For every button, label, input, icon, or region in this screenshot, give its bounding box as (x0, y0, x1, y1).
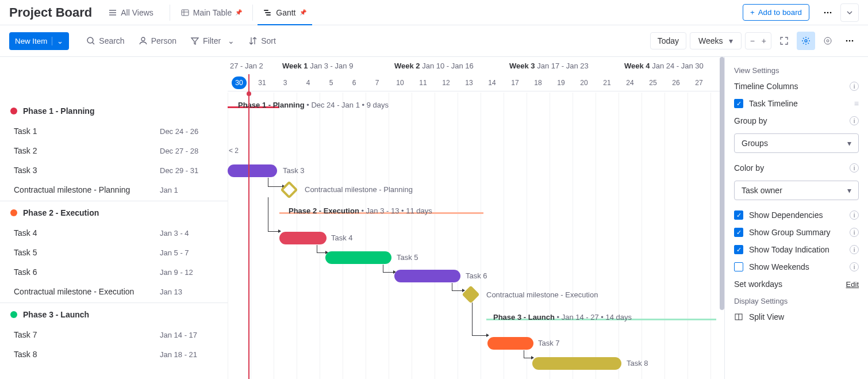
day-label: 3 (274, 79, 297, 87)
gantt-bar-label: Task 3 (283, 166, 305, 175)
add-to-board-button[interactable]: + Add to board (743, 4, 809, 21)
svg-rect-0 (182, 10, 189, 16)
all-views-button[interactable]: All Views (103, 6, 158, 20)
checkbox-icon: ✓ (734, 245, 743, 254)
color-by-select[interactable]: Task owner ▾ (734, 181, 859, 200)
task-row[interactable]: Contractual milestone - ExecutionJan 13 (0, 282, 228, 301)
zoom-out-button[interactable]: − (750, 36, 755, 45)
show-dependencies-toggle[interactable]: ✓ Show Dependencies i (734, 210, 859, 220)
task-row[interactable]: Task 8Jan 18 - 21 (0, 344, 228, 364)
tab-gantt[interactable]: Gantt 📌 (258, 6, 312, 20)
color-by-label: Color by (734, 163, 764, 173)
today-button[interactable]: Today (650, 32, 686, 49)
task-row[interactable]: Task 2Dec 27 - 28 (0, 141, 228, 160)
display-section-title: Display Settings (734, 297, 859, 305)
view-settings-panel: View Settings Timeline Columns i ✓ Task … (724, 57, 868, 379)
task-name: Task 7 (14, 330, 160, 339)
day-label: 25 (642, 79, 665, 87)
gantt-bar[interactable] (228, 164, 277, 177)
pin-icon: 📌 (235, 9, 242, 16)
day-label: 27 (688, 79, 710, 87)
day-label: 24 (619, 79, 642, 87)
show-today-toggle[interactable]: ✓ Show Today Indication i (734, 245, 859, 254)
person-filter-button[interactable]: Person (133, 33, 182, 49)
day-label: 18 (527, 79, 550, 87)
new-item-button[interactable]: New Item ⌄ (9, 32, 69, 50)
new-item-label: New Item (15, 37, 47, 45)
task-row[interactable]: Contractual milestone - PlanningJan 1 (0, 180, 228, 200)
gantt-chart[interactable]: 27 - Jan 2 Week 1 Jan 3 - Jan 9 Week 2 J… (228, 57, 724, 379)
task-row[interactable]: Task 3Dec 29 - 31 (0, 160, 228, 180)
group-by-select[interactable]: Groups ▾ (734, 133, 859, 153)
svg-point-4 (87, 37, 93, 43)
group-summary-label: Phase 3 - Launch • Jan 14 - 27 • 14 days (493, 313, 632, 321)
info-icon[interactable]: i (850, 116, 859, 125)
week-label: Week 3 Jan 17 - Jan 23 (509, 62, 624, 70)
baseline-button[interactable] (819, 32, 837, 50)
task-name: Task 6 (14, 267, 160, 277)
day-label: 31 (251, 79, 274, 87)
task-row[interactable]: Task 1Dec 24 - 26 (0, 121, 228, 141)
group-header[interactable]: Phase 1 - Planning (0, 101, 228, 121)
table-icon (180, 8, 190, 17)
info-icon[interactable]: i (850, 163, 859, 173)
add-to-board-label: Add to board (758, 8, 802, 17)
task-row[interactable]: Task 7Jan 14 - 17 (0, 325, 228, 344)
filter-label: Filter (203, 36, 221, 45)
today-indicator (248, 74, 249, 379)
info-icon[interactable]: i (850, 210, 859, 220)
task-row[interactable]: Task 5Jan 5 - 7 (0, 243, 228, 262)
fullscreen-button[interactable] (775, 32, 793, 50)
filter-button[interactable]: Filter ⌄ (185, 33, 240, 49)
search-button[interactable]: Search (80, 33, 130, 49)
group-name: Phase 2 - Execution (23, 208, 99, 217)
task-timeline-label: Task Timeline (749, 99, 848, 108)
collapse-button[interactable] (840, 3, 859, 22)
show-weekends-label: Show Weekends (749, 262, 844, 271)
task-row[interactable]: Task 4Jan 3 - 4 (0, 223, 228, 243)
show-weekends-toggle[interactable]: Show Weekends i (734, 262, 859, 271)
sort-button[interactable]: Sort (243, 33, 282, 49)
sort-label: Sort (261, 36, 276, 45)
gantt-bar[interactable] (279, 232, 327, 244)
person-icon (139, 36, 148, 45)
group-color (10, 311, 17, 318)
show-deps-label: Show Dependencies (749, 210, 844, 220)
info-icon[interactable]: i (850, 82, 859, 91)
group-name: Phase 1 - Planning (23, 106, 94, 116)
task-row[interactable]: Task 6Jan 9 - 12 (0, 262, 228, 282)
split-view-option[interactable]: Split View (734, 312, 859, 321)
gantt-bar[interactable] (532, 357, 621, 370)
task-dates: Jan 18 - 21 (160, 350, 217, 359)
info-icon[interactable]: i (850, 245, 859, 254)
more-tools-button[interactable] (840, 32, 859, 50)
group-name: Phase 3 - Launch (23, 310, 89, 319)
show-group-summary-toggle[interactable]: ✓ Show Group Summary i (734, 228, 859, 237)
task-timeline-toggle[interactable]: ✓ Task Timeline ≡ (734, 99, 859, 108)
settings-toggle-button[interactable] (797, 32, 815, 50)
task-name: Contractual milestone - Execution (14, 287, 160, 296)
day-label: 19 (550, 79, 573, 87)
gantt-bar[interactable] (487, 337, 533, 350)
tab-main-label: Main Table (193, 8, 232, 17)
gantt-icon (263, 8, 272, 17)
info-icon[interactable]: i (850, 262, 859, 271)
task-name: Task 4 (14, 228, 160, 238)
group-color (10, 108, 17, 114)
zoom-select[interactable]: Weeks ▾ (690, 32, 742, 49)
more-menu-button[interactable] (819, 3, 837, 22)
gantt-bar[interactable] (394, 270, 460, 282)
scrollbar[interactable] (720, 57, 724, 310)
task-dates: Jan 5 - 7 (160, 248, 217, 257)
group-header[interactable]: Phase 3 - Launch (0, 304, 228, 325)
group-header[interactable]: Phase 2 - Execution (0, 202, 228, 223)
gantt-bar[interactable] (325, 251, 391, 264)
zoom-in-button[interactable]: + (762, 36, 766, 45)
checkbox-icon: ✓ (734, 99, 743, 108)
edit-workdays-link[interactable]: Edit (846, 280, 859, 289)
tab-main-table[interactable]: Main Table 📌 (175, 6, 248, 20)
info-icon[interactable]: i (850, 228, 859, 237)
drag-handle-icon[interactable]: ≡ (854, 99, 859, 108)
group-summary-label: Phase 2 - Execution • Jan 3 - 13 • 11 da… (289, 206, 432, 215)
task-dates: Jan 14 - 17 (160, 331, 217, 339)
